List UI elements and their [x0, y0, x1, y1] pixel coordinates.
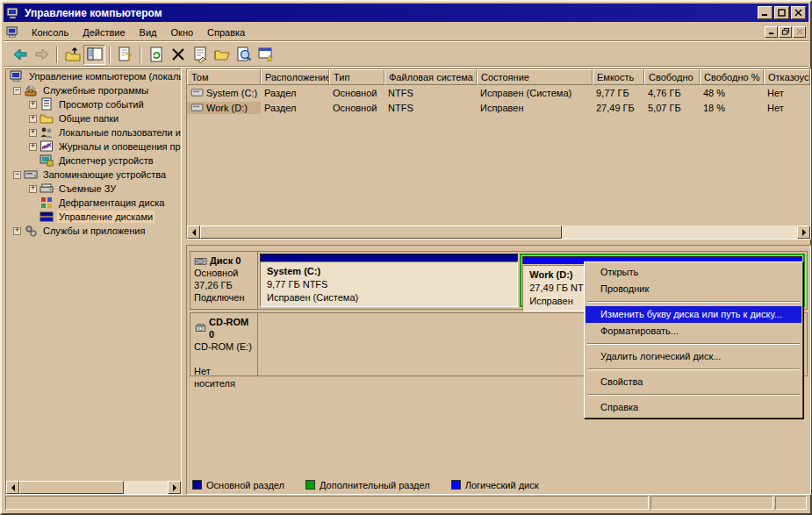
event-viewer-icon [40, 97, 54, 111]
tree-item-label: Службы и приложения [41, 225, 147, 237]
column-header[interactable]: Отказоустойчивость [764, 69, 810, 85]
collapse-toggle[interactable]: − [13, 87, 21, 95]
back-icon[interactable] [9, 45, 31, 65]
volume-cell: System (C:) [187, 87, 261, 99]
maximize-button[interactable] [774, 6, 789, 19]
tree-item-label: Локальные пользователи и [57, 126, 182, 139]
tree-item[interactable]: +Съемные ЗУ [6, 182, 181, 196]
context-menu-item[interactable]: Свойства [586, 374, 801, 390]
scroll-left-button[interactable] [187, 225, 200, 239]
tree-item[interactable]: +Службы и приложения [6, 224, 181, 238]
menu-справка[interactable]: Справка [200, 25, 252, 40]
tree-item[interactable]: −Служебные программы [6, 83, 181, 97]
expand-toggle[interactable]: + [29, 185, 37, 193]
column-header[interactable]: Свободно % [700, 69, 764, 85]
shared-folders-icon [40, 111, 54, 125]
console-window-icon [6, 25, 19, 39]
column-header[interactable]: Файловая система [384, 69, 477, 85]
properties-icon[interactable] [189, 45, 211, 65]
up-folder-icon[interactable] [61, 45, 83, 65]
expand-toggle[interactable]: + [29, 101, 37, 109]
forward-icon [31, 45, 53, 65]
minimize-button[interactable] [758, 6, 772, 19]
column-header[interactable]: Расположение [261, 69, 329, 85]
scroll-right-button[interactable] [797, 225, 810, 239]
volume-cell: 18 % [700, 102, 764, 114]
tree-item[interactable]: −Запоминающие устройства [6, 168, 181, 182]
context-menu: ОткрытьПроводникИзменить букву диска или… [584, 261, 803, 418]
legend-label: Основной раздел [206, 480, 284, 490]
volume-row[interactable]: Work (D:)РазделОсновнойNTFSИсправен27,49… [187, 100, 810, 115]
open-folder-icon[interactable] [211, 45, 233, 65]
partition-status: Исправен (Система) [267, 291, 511, 304]
device-manager-icon [40, 154, 54, 168]
legend-color-swatch [451, 480, 461, 490]
context-menu-item[interactable]: Форматировать... [586, 323, 801, 340]
menu-вид[interactable]: Вид [133, 25, 164, 40]
disk0-info[interactable]: Диск 0 Основной 37,26 ГБ Подключен [190, 252, 258, 309]
computer-icon [10, 69, 25, 83]
scroll-thumb[interactable] [200, 225, 562, 239]
context-menu-item[interactable]: Изменить букву диска или путь к диску... [586, 306, 801, 323]
context-menu-item[interactable]: Справка [586, 399, 801, 416]
partition-block[interactable]: System (C:)9,77 ГБ NTFSИсправен (Система… [260, 254, 518, 307]
tree-item[interactable]: Дефрагментация диска [6, 196, 181, 210]
tree-item[interactable]: +Просмотр событий [6, 97, 181, 111]
partition-legend: Основной разделДополнительный разделЛоги… [192, 478, 555, 491]
close-button[interactable] [791, 6, 806, 19]
partition-name: System (C:) [267, 265, 511, 278]
tree-item[interactable]: +Общие папки [6, 111, 181, 125]
scroll-thumb[interactable] [19, 481, 124, 494]
expand-toggle[interactable]: + [29, 129, 37, 137]
tree-item[interactable]: +Локальные пользователи и [6, 125, 181, 139]
disk-icon [194, 255, 208, 266]
users-icon [40, 125, 54, 139]
title-bar[interactable]: Управление компьютером [4, 4, 808, 22]
collapse-toggle[interactable]: − [13, 171, 21, 179]
show-tree-icon[interactable] [83, 45, 105, 65]
tree-item[interactable]: Управление дисками [6, 210, 181, 224]
child-minimize-button[interactable] [765, 26, 778, 38]
help-icon[interactable]: ? [114, 45, 136, 65]
expand-toggle[interactable]: + [13, 227, 21, 235]
column-header[interactable]: Емкость [593, 69, 644, 85]
menu-действие[interactable]: Действие [75, 25, 132, 40]
svg-text:?: ? [126, 51, 132, 63]
menu-separator [587, 343, 800, 345]
context-menu-item[interactable]: Открыть [586, 264, 801, 281]
scroll-left-button[interactable] [6, 481, 19, 494]
partition-type-stripe [260, 254, 518, 261]
expand-toggle[interactable]: + [29, 143, 37, 151]
column-header[interactable]: Состояние [477, 69, 593, 85]
tree-item[interactable]: Диспетчер устройств [6, 154, 181, 168]
column-header[interactable]: Том [187, 69, 261, 85]
find-icon[interactable] [233, 45, 255, 65]
tree-horizontal-scrollbar[interactable] [6, 481, 181, 494]
column-header[interactable]: Тип [329, 69, 384, 85]
delete-icon[interactable] [167, 45, 189, 65]
drive-icon [190, 88, 204, 97]
menu-separator [587, 368, 800, 370]
child-restore-button[interactable] [779, 26, 792, 38]
volume-list-horizontal-scrollbar[interactable] [187, 225, 810, 239]
volume-row[interactable]: System (C:)РазделОсновнойNTFSИсправен (С… [187, 85, 810, 100]
scroll-right-button[interactable] [168, 481, 181, 494]
menu-консоль[interactable]: Консоль [25, 25, 75, 40]
tree-item[interactable]: +Журналы и оповещения пр [6, 139, 181, 154]
context-menu-item[interactable]: Проводник [586, 281, 801, 297]
refresh-icon[interactable] [145, 45, 167, 65]
volume-cell: Основной [329, 87, 384, 99]
context-menu-item[interactable]: Удалить логический диск... [586, 348, 801, 365]
console-window-icon[interactable] [255, 45, 277, 65]
cdrom-info[interactable]: CD-ROM 0 CD-ROM (E:) Нет носителя [190, 313, 258, 376]
services-icon [24, 224, 39, 238]
expand-toggle[interactable]: + [29, 115, 37, 123]
window-icon [6, 6, 20, 20]
menu-окно[interactable]: Окно [164, 25, 201, 40]
tree-item[interactable]: Управление компьютером (локаль [6, 69, 181, 83]
drive-icon [190, 103, 204, 112]
column-header[interactable]: Свободно [644, 69, 700, 85]
child-close-button[interactable] [793, 26, 806, 38]
volume-cell: Нет [764, 87, 811, 99]
legend-label: Логический диск [465, 480, 539, 490]
